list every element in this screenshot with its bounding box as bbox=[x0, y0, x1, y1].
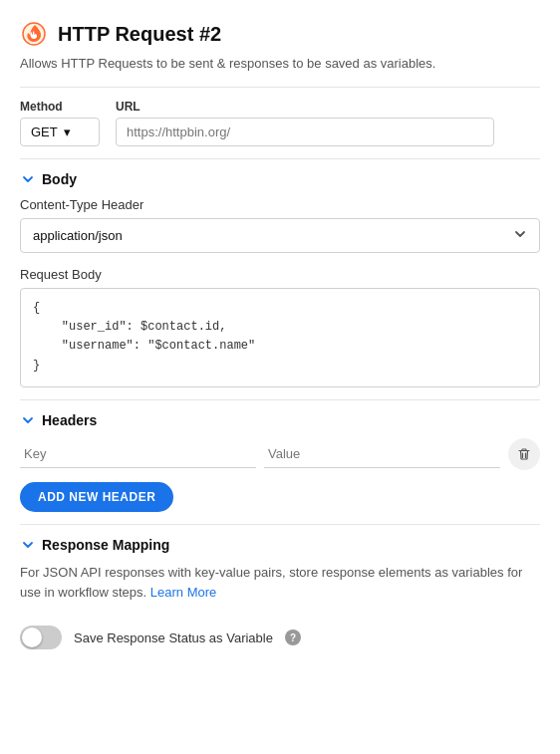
delete-header-button[interactable] bbox=[508, 438, 540, 470]
code-line-2: "user_id": $contact.id, bbox=[33, 318, 527, 337]
save-response-row: Save Response Status as Variable ? bbox=[20, 626, 540, 649]
body-divider bbox=[20, 158, 540, 159]
help-icon[interactable]: ? bbox=[285, 629, 301, 645]
headers-divider bbox=[20, 399, 540, 400]
method-field-group: Method GET ▾ bbox=[20, 100, 100, 146]
body-section-content: Content-Type Header application/json Req… bbox=[20, 197, 540, 387]
request-body-label: Request Body bbox=[20, 267, 540, 282]
headers-section-header[interactable]: Headers bbox=[20, 412, 540, 428]
page-title: HTTP Request #2 bbox=[58, 23, 221, 46]
content-type-value: application/json bbox=[33, 228, 123, 243]
method-label: Method bbox=[20, 100, 100, 114]
response-mapping-section: Response Mapping For JSON API responses … bbox=[20, 537, 540, 602]
url-field-group: URL bbox=[116, 100, 540, 146]
response-mapping-header[interactable]: Response Mapping bbox=[20, 537, 540, 553]
content-type-select[interactable]: application/json bbox=[20, 218, 540, 253]
header-row bbox=[20, 438, 540, 470]
code-line-3: "username": "$contact.name" bbox=[33, 337, 527, 356]
request-body-editor[interactable]: { "user_id": $contact.id, "username": "$… bbox=[20, 288, 540, 387]
page-subtitle: Allows HTTP Requests to be sent & respon… bbox=[20, 56, 540, 71]
body-section-title: Body bbox=[42, 171, 77, 187]
save-response-label: Save Response Status as Variable bbox=[74, 630, 273, 645]
url-input[interactable] bbox=[116, 118, 494, 146]
learn-more-link[interactable]: Learn More bbox=[150, 585, 216, 600]
header-value-input[interactable] bbox=[264, 440, 500, 468]
headers-section-title: Headers bbox=[42, 412, 97, 428]
response-mapping-description: For JSON API responses with key-value pa… bbox=[20, 563, 540, 602]
code-line-1: { bbox=[33, 299, 527, 318]
body-chevron-icon bbox=[20, 171, 36, 187]
headers-section: Headers ADD NEW HEADER bbox=[20, 412, 540, 512]
header-divider bbox=[20, 87, 540, 88]
headers-chevron-icon bbox=[20, 412, 36, 428]
url-label: URL bbox=[116, 100, 540, 114]
save-response-toggle[interactable] bbox=[20, 626, 62, 649]
method-url-row: Method GET ▾ URL bbox=[20, 100, 540, 146]
content-type-chevron-icon bbox=[513, 227, 527, 244]
method-chevron-icon: ▾ bbox=[64, 125, 71, 139]
response-mapping-chevron-icon bbox=[20, 537, 36, 553]
content-type-label: Content-Type Header bbox=[20, 197, 540, 212]
code-line-4: } bbox=[33, 357, 527, 376]
method-select[interactable]: GET ▾ bbox=[20, 118, 100, 146]
response-divider bbox=[20, 524, 540, 525]
add-header-button[interactable]: ADD NEW HEADER bbox=[20, 482, 173, 512]
header-key-input[interactable] bbox=[20, 440, 256, 468]
method-value: GET bbox=[31, 125, 58, 139]
main-icon bbox=[20, 20, 48, 48]
page-header: HTTP Request #2 bbox=[20, 20, 540, 48]
response-mapping-title: Response Mapping bbox=[42, 537, 169, 553]
body-section-header[interactable]: Body bbox=[20, 171, 540, 187]
